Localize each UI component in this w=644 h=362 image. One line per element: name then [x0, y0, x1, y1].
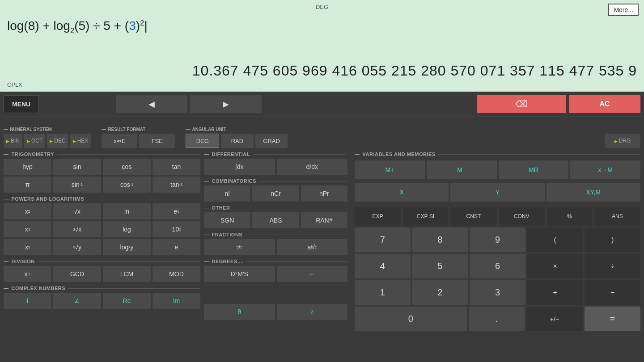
main-sections: TRIGONOMETRY hyp sin cos tan π sin-1 cos… [0, 148, 644, 362]
backspace-button[interactable]: ⌫ [477, 95, 566, 113]
pi-button[interactable]: π [4, 177, 51, 193]
mplus-button[interactable]: M+ [355, 160, 425, 179]
rad-button[interactable]: RAD [221, 134, 254, 148]
exp-button[interactable]: EXP [355, 207, 401, 226]
ex-button[interactable]: ex [153, 203, 200, 219]
left-panel-inner: TRIGONOMETRY hyp sin cos tan π sin-1 cos… [4, 148, 347, 322]
i-button[interactable]: i [4, 293, 51, 309]
cos-inv-button[interactable]: cos-1 [103, 177, 151, 193]
numeral-label: NUMERAL SYSTEM [4, 127, 91, 132]
multiply-button[interactable]: × [527, 254, 583, 278]
right-panel: VARIABLES AND MEMORIES M+ M− MR x→M X Y … [351, 148, 644, 362]
re-button[interactable]: Re [103, 293, 151, 309]
derivative-button[interactable]: d/dx [277, 159, 348, 175]
sin-button[interactable]: sin [53, 159, 101, 175]
more-button[interactable]: More... [608, 4, 639, 16]
ac-button[interactable]: AC [569, 95, 640, 113]
four-button[interactable]: 4 [355, 254, 411, 278]
fse-button[interactable]: FSE [139, 134, 175, 148]
abs-button[interactable]: ABS [252, 212, 299, 228]
menu-button[interactable]: MENU [4, 95, 39, 113]
degrees-arrow-button[interactable]: ← [277, 266, 348, 282]
sgn-button[interactable]: SGN [204, 212, 250, 228]
sin-inv-button[interactable]: sin-1 [53, 177, 101, 193]
divide-button[interactable]: ÷ [585, 254, 640, 278]
tan-button[interactable]: tan [153, 159, 200, 175]
mr-button[interactable]: MR [499, 160, 569, 179]
one-button[interactable]: 1 [355, 280, 411, 305]
lcm-button[interactable]: LCM [103, 266, 151, 282]
conv-button[interactable]: CONV [499, 207, 545, 226]
dec-button[interactable]: DEC [47, 134, 68, 148]
x2-button[interactable]: x2 [4, 203, 51, 219]
theta-button[interactable]: θ [204, 304, 275, 320]
plus-button[interactable]: + [527, 280, 583, 305]
lparen-button[interactable]: ( [527, 227, 583, 252]
three-button[interactable]: 3 [470, 280, 525, 305]
hex-button[interactable]: HEX [70, 134, 91, 148]
xm-button[interactable]: x→M [570, 160, 640, 179]
log-button[interactable]: log [103, 221, 151, 237]
angle-button[interactable]: ∠ [53, 293, 101, 309]
hyp-button[interactable]: hyp [4, 159, 51, 175]
five-button[interactable]: 5 [412, 254, 468, 278]
angular-label: ANGULAR UNIT [186, 127, 288, 132]
percent-button[interactable]: % [547, 207, 593, 226]
xe-button[interactable]: x⇔E [102, 134, 137, 148]
result-display: 10.367 475 605 969 416 055 215 280 570 0… [192, 63, 637, 79]
gcd-button[interactable]: GCD [53, 266, 101, 282]
ten-x-button[interactable]: 10x [153, 221, 200, 237]
nine-button[interactable]: 9 [470, 227, 525, 252]
dc-button[interactable]: d/c [204, 239, 275, 255]
ncr-button[interactable]: nCr [252, 185, 299, 202]
eight-button[interactable]: 8 [412, 227, 468, 252]
seven-button[interactable]: 7 [355, 227, 411, 252]
back-button[interactable]: ◀ [116, 95, 187, 113]
tan-inv-button[interactable]: tan-1 [153, 177, 200, 193]
display-area: DEG More... CPLX log(8) + log2(5) ÷ 5 + … [0, 0, 644, 92]
rparen-button[interactable]: ) [585, 227, 640, 252]
conj-button[interactable]: z̄ [277, 304, 348, 320]
decimal-button[interactable]: . [469, 307, 525, 331]
sqrt-button[interactable]: √x [53, 203, 101, 219]
posneg-button[interactable]: +/− [526, 307, 582, 331]
xrt-button[interactable]: x√y [53, 239, 101, 255]
drg-button[interactable]: DRG [605, 134, 640, 148]
mminus-button[interactable]: M− [427, 160, 497, 179]
x-button[interactable]: X [355, 183, 449, 202]
forward-button[interactable]: ▶ [190, 95, 262, 113]
deg-button[interactable]: DEG [186, 134, 219, 148]
equals-button[interactable]: = [585, 307, 640, 331]
left-panel: TRIGONOMETRY hyp sin cos tan π sin-1 cos… [0, 148, 351, 362]
x3-button[interactable]: x3 [4, 221, 51, 237]
expsi-button[interactable]: EXP SI [402, 207, 449, 226]
ln-button[interactable]: ln [103, 203, 151, 219]
ran-button[interactable]: RAN# [301, 212, 347, 228]
oct-button[interactable]: OCT [24, 134, 45, 148]
cplx-label: CPLX [7, 81, 22, 88]
xym-button[interactable]: XY,M [547, 183, 640, 202]
cnst-button[interactable]: CNST [450, 207, 496, 226]
backspace-icon: ⌫ [515, 99, 528, 109]
cbrt-button[interactable]: 3√x [53, 221, 101, 237]
logxy-button[interactable]: logxy [103, 239, 151, 255]
zero-button[interactable]: 0 [355, 307, 467, 331]
integral-button[interactable]: ∫dx [204, 159, 275, 175]
ans-button[interactable]: ANS [594, 207, 640, 226]
e-button[interactable]: e [153, 239, 200, 255]
npr-button[interactable]: nPr [301, 185, 347, 202]
abc-button[interactable]: a b/c [277, 239, 348, 255]
mod-button[interactable]: MOD [153, 266, 200, 282]
dms-button[interactable]: D°M′S [204, 266, 275, 282]
im-button[interactable]: Im [153, 293, 200, 309]
xinv-button[interactable]: x-1 [4, 266, 51, 282]
six-button[interactable]: 6 [470, 254, 525, 278]
nfact-button[interactable]: n! [204, 185, 250, 202]
minus-button[interactable]: − [585, 280, 640, 305]
two-button[interactable]: 2 [412, 280, 468, 305]
xy-button[interactable]: xy [4, 239, 51, 255]
cos-button[interactable]: cos [103, 159, 151, 175]
y-button[interactable]: Y [450, 183, 544, 202]
bin-button[interactable]: BIN [4, 134, 22, 148]
grad-button[interactable]: GRAD [255, 134, 288, 148]
